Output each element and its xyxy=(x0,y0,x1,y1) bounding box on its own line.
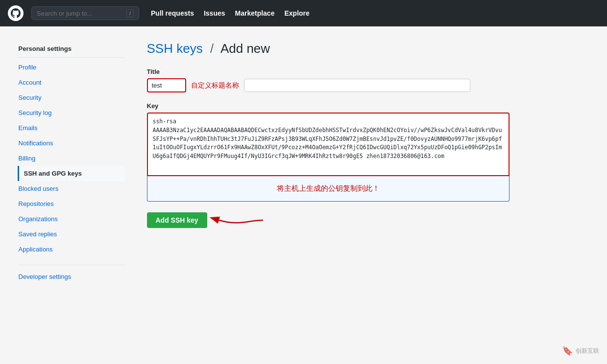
nav-link-pull-requests[interactable]: Pull requests xyxy=(151,9,194,17)
sidebar-item-ssh-gpg[interactable]: SSH and GPG keys xyxy=(18,166,125,181)
sidebar-item-profile[interactable]: Profile xyxy=(18,60,125,75)
nav-link-issues[interactable]: Issues xyxy=(204,9,225,17)
sidebar-item-account[interactable]: Account xyxy=(18,75,125,90)
navbar: / Pull requests Issues Marketplace Explo… xyxy=(0,0,607,26)
sidebar-item-emails[interactable]: Emails xyxy=(18,120,125,136)
key-textarea[interactable]: ssh-rsa AAAAB3NzaC1yc2EAAAADAQABAABAQDEC… xyxy=(147,113,510,176)
key-label: Key xyxy=(147,102,590,110)
sidebar-item-security[interactable]: Security xyxy=(18,90,125,105)
title-full-input[interactable] xyxy=(244,79,470,92)
add-button-row: Add SSH key xyxy=(147,211,590,229)
navbar-links: Pull requests Issues Marketplace Explore xyxy=(151,9,310,17)
page-title: SSH keys / Add new xyxy=(147,41,590,56)
github-logo[interactable] xyxy=(8,5,24,21)
sidebar-item-organizations[interactable]: Organizations xyxy=(18,211,125,227)
sidebar-item-notifications[interactable]: Notifications xyxy=(18,136,125,151)
key-placeholder-text: 将主机上生成的公钥复制到此！ xyxy=(277,184,380,193)
key-form-group: Key ssh-rsa AAAAB3NzaC1yc2EAAAADAQABAABA… xyxy=(147,102,590,202)
sidebar-item-applications[interactable]: Applications xyxy=(18,242,125,257)
sidebar-section-title: Personal settings xyxy=(18,41,125,58)
breadcrumb-separator: / xyxy=(210,41,214,56)
title-input-row: 自定义标题名称 xyxy=(147,78,470,92)
arrow-hint xyxy=(209,211,268,229)
sidebar-nav: Profile Account Security Security log Em… xyxy=(18,60,125,257)
key-placeholder-area: 将主机上生成的公钥复制到此！ xyxy=(147,176,510,202)
breadcrumb-current: Add new xyxy=(220,41,270,56)
search-input[interactable] xyxy=(37,10,122,17)
nav-link-marketplace[interactable]: Marketplace xyxy=(235,9,275,17)
sidebar-dev-nav: Developer settings xyxy=(18,265,125,284)
sidebar-item-saved-replies[interactable]: Saved replies xyxy=(18,227,125,242)
breadcrumb-link[interactable]: SSH keys xyxy=(147,41,203,56)
sidebar: Personal settings Profile Account Securi… xyxy=(18,41,125,284)
main-content: SSH keys / Add new Title 自定义标题名称 Key ssh… xyxy=(137,41,590,284)
search-slash-badge: / xyxy=(126,9,134,17)
title-form-group: Title 自定义标题名称 xyxy=(147,68,590,92)
add-ssh-key-button[interactable]: Add SSH key xyxy=(147,212,207,228)
title-label: Title xyxy=(147,68,590,75)
nav-link-explore[interactable]: Explore xyxy=(284,9,309,17)
sidebar-item-repositories[interactable]: Repositories xyxy=(18,196,125,211)
search-bar[interactable]: / xyxy=(31,6,139,20)
title-hint-text: 自定义标题名称 xyxy=(191,81,239,90)
sidebar-item-developer-settings[interactable]: Developer settings xyxy=(18,269,125,284)
red-arrow-icon xyxy=(209,211,268,229)
sidebar-item-security-log[interactable]: Security log xyxy=(18,105,125,120)
sidebar-item-blocked-users[interactable]: Blocked users xyxy=(18,181,125,196)
title-input[interactable] xyxy=(147,78,186,92)
sidebar-item-billing[interactable]: Billing xyxy=(18,151,125,166)
